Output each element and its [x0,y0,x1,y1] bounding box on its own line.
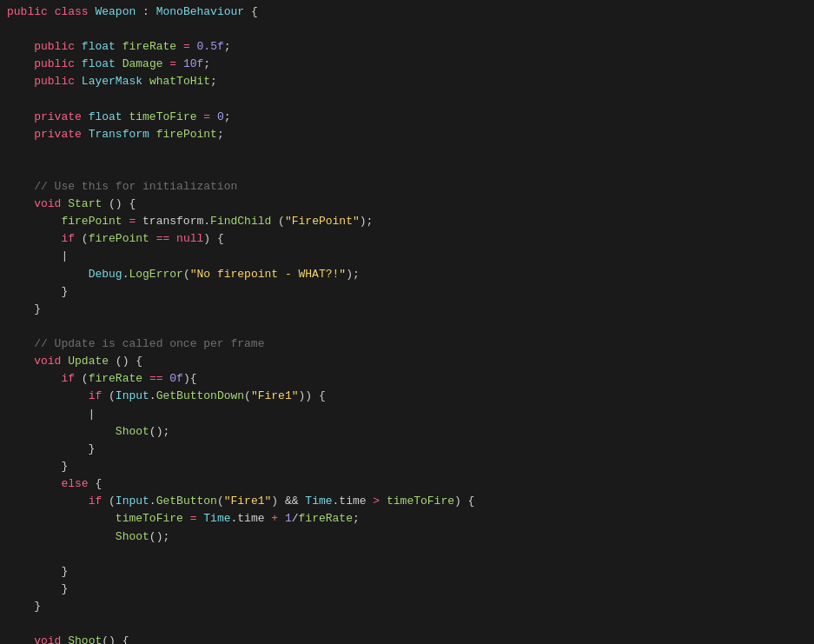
line-blank2 [0,91,814,109]
line-comment2: // Update is called once per frame [0,335,814,353]
line-shoot2: Shoot(); [0,528,814,546]
line-timetofire: private float timeToFire = 0; [0,109,814,126]
line-layermask: public LayerMask whatToHit; [0,73,814,90]
line-iffirerate: if (fireRate == 0f){ [0,370,814,388]
code-editor: public class Weapon : MonoBehaviour { pu… [0,0,814,644]
line-close1: } [0,441,814,458]
line-else: else { [0,475,814,493]
line-fire-rate: public float fireRate = 0.5f; [0,38,814,56]
line-pipe1: | [0,248,814,265]
line-blank3 [0,143,814,161]
line-blank6 [0,546,814,563]
line-close4: } [0,581,814,598]
line-closeupdate: } [0,598,814,615]
line-ifinput2: if (Input.GetButton("Fire1") && Time.tim… [0,493,814,510]
line-blank7 [0,615,814,633]
line-closeif1: } [0,283,814,301]
line-findchild: firePoint = transform.FindChild ("FirePo… [0,213,814,230]
line-debug1: Debug.LogError("No firepoint - WHAT?!"); [0,266,814,283]
line-close3: } [0,563,814,581]
line-blank5 [0,318,814,335]
line-close2: } [0,458,814,475]
line-firepoint: private Transform firePoint; [0,126,814,143]
line-ifinput1: if (Input.GetButtonDown("Fire1")) { [0,388,814,405]
line-damage: public float Damage = 10f; [0,56,814,73]
line-1: public class Weapon : MonoBehaviour { [0,3,814,21]
line-shoot-method: void Shoot() { [0,633,814,644]
line-timetofireset: timeToFire = Time.time + 1/fireRate; [0,510,814,528]
line-pipe2: | [0,406,814,423]
line-comment1: // Use this for initialization [0,178,814,196]
line-blank [0,21,814,38]
line-update: void Update () { [0,353,814,370]
line-start: void Start () { [0,196,814,213]
line-blank4 [0,161,814,178]
line-closestart: } [0,301,814,318]
line-iffirepoint: if (firePoint == null) { [0,230,814,248]
line-shoot1: Shoot(); [0,423,814,441]
